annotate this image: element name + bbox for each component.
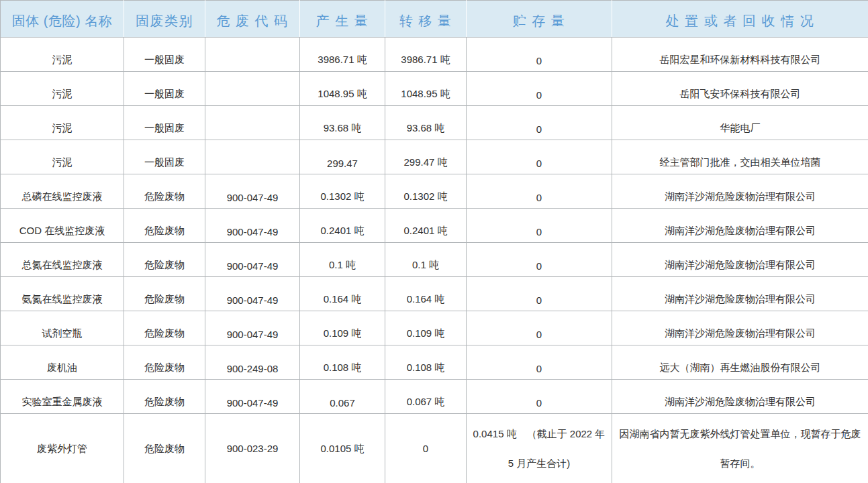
cell-waste-name: 试剂空瓶 (1, 311, 124, 345)
cell-transferred-amount: 0.067 吨 (385, 380, 467, 414)
cell-produced-amount: 299.47 (300, 140, 385, 174)
cell-waste-category: 一般固废 (124, 38, 205, 72)
cell-disposal-info: 经主管部门批准，交由相关单位培菌 (612, 140, 868, 174)
cell-waste-name: COD 在线监控废液 (1, 209, 124, 243)
cell-waste-name: 污泥 (1, 106, 124, 140)
cell-stored-amount: 0 (467, 140, 612, 174)
cell-stored-amount: 0 (467, 209, 612, 243)
cell-waste-name: 总磷在线监控废液 (1, 174, 124, 209)
cell-produced-amount: 1048.95 吨 (300, 72, 385, 106)
cell-transferred-amount: 1048.95 吨 (385, 72, 467, 106)
cell-produced-amount: 0.2401 吨 (300, 209, 385, 243)
cell-waste-name: 污泥 (1, 38, 124, 72)
cell-disposal-info: 远大（湖南）再生燃油股份有限公司 (612, 345, 868, 380)
cell-transferred-amount: 0.109 吨 (385, 311, 467, 345)
cell-transferred-amount: 0.2401 吨 (385, 209, 467, 243)
table-row: 污泥一般固废93.68 吨93.68 吨0华能电厂 (1, 106, 868, 140)
cell-disposal-info: 湖南洋沙湖危险废物治理有限公司 (612, 311, 868, 345)
table-row: 试剂空瓶危险废物900-047-490.109 吨0.109 吨0湖南洋沙湖危险… (1, 311, 868, 345)
cell-waste-name: 污泥 (1, 140, 124, 174)
table-row: 污泥一般固废299.47299.47 吨0经主管部门批准，交由相关单位培菌 (1, 140, 868, 174)
cell-disposal-info: 湖南洋沙湖危险废物治理有限公司 (612, 209, 868, 243)
cell-stored-amount: 0 (467, 243, 612, 277)
table-row: 实验室重金属废液危险废物900-047-490.0670.067 吨0湖南洋沙湖… (1, 380, 868, 414)
cell-stored-amount: 0 (467, 380, 612, 414)
cell-waste-category: 危险废物 (124, 174, 205, 209)
header-row: 固体 (危险) 名称 固废类别 危 废 代 码 产 生 量 转 移 量 贮 存 … (1, 1, 868, 38)
cell-stored-amount: 0 (467, 311, 612, 345)
cell-waste-category: 危险废物 (124, 414, 205, 483)
cell-transferred-amount: 93.68 吨 (385, 106, 467, 140)
column-header-disposal-info: 处 置 或 者 回 收 情 况 (612, 1, 868, 38)
cell-transferred-amount: 3986.71 吨 (385, 38, 467, 72)
cell-waste-category: 危险废物 (124, 311, 205, 345)
cell-waste-name: 实验室重金属废液 (1, 380, 124, 414)
cell-produced-amount: 0.164 吨 (300, 277, 385, 311)
cell-transferred-amount: 0 (385, 414, 467, 483)
cell-waste-code: 900-249-08 (205, 345, 300, 380)
cell-disposal-info: 湖南洋沙湖危险废物治理有限公司 (612, 243, 868, 277)
cell-waste-name: 污泥 (1, 72, 124, 106)
cell-disposal-info: 因湖南省内暂无废紫外线灯管处置单位，现暂存于危废 暂存间。 (612, 414, 868, 483)
cell-produced-amount: 0.109 吨 (300, 311, 385, 345)
column-header-transferred-amount: 转 移 量 (385, 1, 467, 38)
cell-disposal-info: 湖南洋沙湖危险废物治理有限公司 (612, 277, 868, 311)
cell-waste-category: 危险废物 (124, 380, 205, 414)
table-row: 污泥一般固废3986.71 吨3986.71 吨0岳阳宏星和环保新材料科技有限公… (1, 38, 868, 72)
cell-disposal-info: 湖南洋沙湖危险废物治理有限公司 (612, 174, 868, 209)
cell-waste-code: 900-047-49 (205, 277, 300, 311)
cell-disposal-info: 湖南洋沙湖危险废物治理有限公司 (612, 380, 868, 414)
cell-stored-amount: 0 (467, 106, 612, 140)
cell-stored-amount: 0 (467, 72, 612, 106)
column-header-waste-code: 危 废 代 码 (205, 1, 300, 38)
cell-stored-amount: 0 (467, 277, 612, 311)
column-header-waste-name: 固体 (危险) 名称 (1, 1, 124, 38)
cell-waste-category: 危险废物 (124, 277, 205, 311)
cell-transferred-amount: 0.108 吨 (385, 345, 467, 380)
cell-stored-amount: 0.0415 吨 （截止于 2022 年 5 月产生合计) (467, 414, 612, 483)
cell-transferred-amount: 0.1 吨 (385, 243, 467, 277)
cell-waste-category: 危险废物 (124, 209, 205, 243)
cell-waste-category: 危险废物 (124, 243, 205, 277)
table-row: 总磷在线监控废液危险废物900-047-490.1302 吨0.1302 吨0湖… (1, 174, 868, 209)
cell-produced-amount: 3986.71 吨 (300, 38, 385, 72)
cell-waste-category: 一般固废 (124, 106, 205, 140)
cell-waste-name: 总氮在线监控废液 (1, 243, 124, 277)
table-row: 氨氮在线监控废液危险废物900-047-490.164 吨0.164 吨0湖南洋… (1, 277, 868, 311)
cell-waste-name: 废紫外灯管 (1, 414, 124, 483)
table-body: 污泥一般固废3986.71 吨3986.71 吨0岳阳宏星和环保新材料科技有限公… (1, 38, 868, 483)
cell-waste-name: 废机油 (1, 345, 124, 380)
cell-waste-name: 氨氮在线监控废液 (1, 277, 124, 311)
cell-waste-code (205, 38, 300, 72)
column-header-stored-amount: 贮 存 量 (467, 1, 612, 38)
table-row: COD 在线监控废液危险废物900-047-490.2401 吨0.2401 吨… (1, 209, 868, 243)
table-row: 废紫外灯管危险废物900-023-290.0105 吨00.0415 吨 （截止… (1, 414, 868, 483)
table-row: 废机油危险废物900-249-080.108 吨0.108 吨0远大（湖南）再生… (1, 345, 868, 380)
cell-disposal-info: 华能电厂 (612, 106, 868, 140)
cell-transferred-amount: 299.47 吨 (385, 140, 467, 174)
cell-stored-amount: 0 (467, 174, 612, 209)
cell-waste-category: 一般固废 (124, 140, 205, 174)
cell-waste-code: 900-047-49 (205, 311, 300, 345)
cell-produced-amount: 0.067 (300, 380, 385, 414)
column-header-waste-category: 固废类别 (124, 1, 205, 38)
table-row: 总氮在线监控废液危险废物900-047-490.1 吨0.1 吨0湖南洋沙湖危险… (1, 243, 868, 277)
cell-produced-amount: 0.1302 吨 (300, 174, 385, 209)
cell-waste-category: 危险废物 (124, 345, 205, 380)
cell-transferred-amount: 0.1302 吨 (385, 174, 467, 209)
cell-waste-code: 900-047-49 (205, 209, 300, 243)
table-row: 污泥一般固废1048.95 吨1048.95 吨0岳阳飞安环保科技有限公司 (1, 72, 868, 106)
cell-waste-code (205, 140, 300, 174)
cell-produced-amount: 0.1 吨 (300, 243, 385, 277)
cell-disposal-info: 岳阳宏星和环保新材料科技有限公司 (612, 38, 868, 72)
cell-stored-amount: 0 (467, 345, 612, 380)
column-header-produced-amount: 产 生 量 (300, 1, 385, 38)
cell-waste-category: 一般固废 (124, 72, 205, 106)
cell-transferred-amount: 0.164 吨 (385, 277, 467, 311)
cell-produced-amount: 0.108 吨 (300, 345, 385, 380)
cell-disposal-info: 岳阳飞安环保科技有限公司 (612, 72, 868, 106)
cell-waste-code: 900-047-49 (205, 243, 300, 277)
cell-produced-amount: 93.68 吨 (300, 106, 385, 140)
cell-produced-amount: 0.0105 吨 (300, 414, 385, 483)
cell-waste-code: 900-047-49 (205, 174, 300, 209)
